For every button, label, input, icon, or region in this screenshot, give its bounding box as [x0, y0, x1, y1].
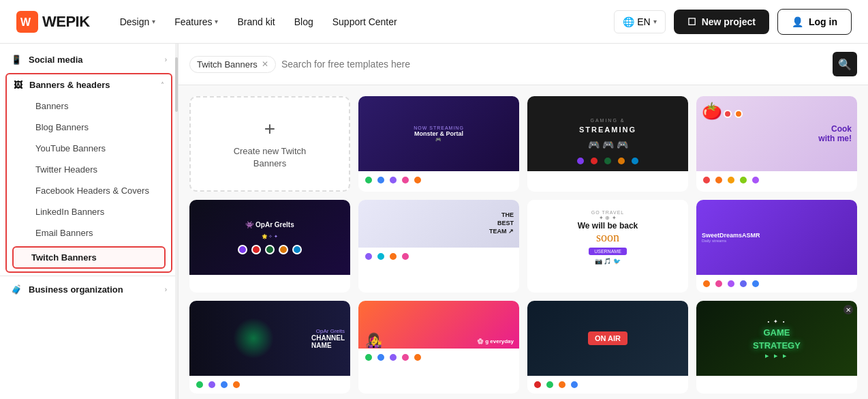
sidebar-item-blog-banners[interactable]: Blog Banners [7, 117, 171, 138]
game-strategy-text: GAME [764, 327, 790, 338]
search-bar: Twitch Banners ✕ 🔍 [179, 44, 868, 85]
template-neon-dark[interactable]: 👾 OpAr Grelts 🌟 ✧ ✦ [189, 200, 350, 293]
banners-submenu: Banners Blog Banners YouTube Banners Twi… [7, 95, 171, 269]
create-new-card[interactable]: + Create new Twitch Banners [189, 96, 350, 192]
banners-headers-section: 🖼 Banners & headers ˄ Banners Blog Banne… [5, 73, 172, 273]
sidebar-scroll: 📱 Social media › 🖼 Banners & headers ˄ B… [0, 44, 178, 306]
header-right: 🌐 EN ▾ ☐ New project 👤 Log in [614, 9, 852, 35]
color-dot [251, 245, 261, 254]
nav-brand-kit[interactable]: Brand kit [229, 11, 283, 33]
template-cook-with-me[interactable]: 🍅 Cookwith me! [696, 96, 857, 192]
login-button[interactable]: 👤 Log in [777, 9, 852, 35]
user-icon: 👤 [792, 16, 803, 27]
glow-effect [233, 318, 274, 359]
nav-design[interactable]: Design ▾ [112, 11, 164, 33]
logo-text: WEPIK [42, 13, 90, 31]
chevron-down-icon: ▾ [215, 18, 218, 25]
scrollbar-thumb[interactable] [175, 57, 178, 112]
remove-tag-button[interactable]: ✕ [262, 59, 268, 69]
template-sweet-dreams[interactable]: SweetDreamsASMR Daily streams [696, 200, 857, 293]
color-dots [696, 171, 857, 189]
template-best-team[interactable]: THEBESTTEAM ↗ [358, 200, 519, 293]
search-input[interactable] [281, 59, 827, 70]
color-dot [364, 353, 373, 362]
sidebar-item-email-banners[interactable]: Email Banners [7, 222, 171, 243]
color-dot [739, 279, 748, 289]
color-dot [292, 245, 302, 254]
nav-features[interactable]: Features ▾ [166, 11, 226, 33]
cook-text: Cookwith me! [818, 124, 852, 143]
template-gaming-stream[interactable]: Now Streaming Monster & Portal 🎮 [358, 96, 519, 192]
color-dot [557, 380, 567, 389]
template-channel-name[interactable]: OpAr Grelts CHANNELNAME [189, 301, 350, 394]
template-game-strategy[interactable]: ✕ • ✦ • GAME STRATEGY ▶ ▶ ▶ [696, 301, 857, 394]
sweet-title: SweetDreamsASMR [702, 232, 760, 239]
color-dot [265, 245, 275, 254]
sidebar-item-social-media[interactable]: 📱 Social media › [0, 49, 178, 70]
create-card-label: Create new Twitch Banners [234, 145, 307, 170]
color-dot [401, 175, 410, 185]
template-anime[interactable]: 🌸 g everyday 👩‍🎤 [358, 301, 519, 394]
language-button[interactable]: 🌐 EN ▾ [614, 10, 665, 33]
nav-support[interactable]: Support Center [324, 11, 405, 33]
sidebar-item-twitter-headers[interactable]: Twitter Headers [7, 159, 171, 180]
search-tag-twitch: Twitch Banners ✕ [189, 56, 276, 73]
search-button[interactable]: 🔍 [833, 52, 857, 76]
color-dot [714, 279, 724, 289]
sidebar-item-facebook-headers[interactable]: Facebook Headers & Covers [7, 180, 171, 201]
color-dot [726, 175, 736, 185]
header: W WEPIK Design ▾ Features ▾ Brand kit Bl… [0, 0, 868, 44]
color-dot [376, 353, 386, 362]
color-dots [527, 376, 688, 394]
color-dot [702, 175, 711, 185]
chevron-down-icon: ▾ [653, 18, 657, 25]
template-on-air[interactable]: ON AIR [527, 301, 688, 394]
chevron-right-icon: › [165, 286, 167, 293]
sidebar-item-banners[interactable]: Banners [7, 95, 171, 117]
color-dots [358, 349, 519, 366]
color-dots [189, 376, 350, 394]
color-dot [376, 252, 386, 261]
svg-text:W: W [20, 16, 31, 28]
gs-dots [576, 156, 640, 166]
color-dot [279, 245, 288, 254]
banners-headers-toggle[interactable]: 🖼 Banners & headers ˄ [7, 74, 171, 95]
plus-icon: ☐ [687, 16, 696, 27]
color-dot [603, 156, 613, 166]
color-dot [702, 279, 711, 289]
sidebar-item-youtube-banners[interactable]: YouTube Banners [7, 138, 171, 159]
close-icon: ✕ [843, 305, 853, 314]
logo[interactable]: W WEPIK [16, 11, 90, 33]
color-dot [219, 380, 229, 389]
on-air-badge: ON AIR [588, 331, 627, 345]
business-icon: 🧳 [11, 284, 22, 295]
color-dot [195, 380, 204, 389]
color-dot [630, 156, 640, 166]
nav-blog[interactable]: Blog [286, 11, 322, 33]
nav: Design ▾ Features ▾ Brand kit Blog Suppo… [112, 11, 615, 33]
template-we-back[interactable]: GO TRAVEL ✦ ⊕ ✦ We will be back soon USE… [527, 200, 688, 293]
chevron-down-icon: ▾ [152, 18, 155, 25]
new-project-button[interactable]: ☐ New project [674, 10, 769, 34]
color-dot [545, 380, 555, 389]
business-org-section: 🧳 Business organization › [0, 276, 178, 300]
color-dot [589, 156, 599, 166]
sidebar: 📱 Social media › 🖼 Banners & headers ˄ B… [0, 44, 179, 399]
color-dots [358, 171, 519, 189]
color-dot [570, 380, 579, 389]
color-dot [726, 279, 736, 289]
content-area: Twitch Banners ✕ 🔍 + Create new Twitch B… [179, 44, 868, 399]
color-dot [617, 156, 626, 166]
color-dot [751, 175, 760, 185]
color-dot [388, 353, 398, 362]
sidebar-item-twitch-banners[interactable]: Twitch Banners [12, 246, 166, 269]
sidebar-item-business-org[interactable]: 🧳 Business organization › [0, 279, 178, 300]
color-dot [376, 175, 386, 185]
color-dot [364, 175, 373, 185]
color-dot [232, 380, 241, 389]
sidebar-item-linkedin-banners[interactable]: LinkedIn Banners [7, 201, 171, 222]
color-dots [696, 275, 857, 293]
template-gs-banner[interactable]: Gaming & STREAMING 🎮🎮🎮 [527, 96, 688, 192]
chevron-up-icon: ˄ [161, 81, 164, 89]
color-dot [388, 175, 398, 185]
